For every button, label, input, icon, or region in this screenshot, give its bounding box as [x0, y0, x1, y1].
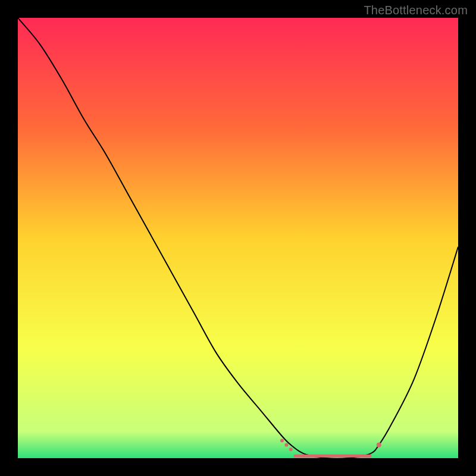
svg-point-3 — [289, 447, 293, 451]
chart-plot-area — [18, 18, 458, 458]
svg-point-4 — [377, 443, 381, 447]
watermark-text: TheBottleneck.com — [364, 4, 468, 17]
bottleneck-chart — [18, 18, 458, 458]
svg-point-1 — [280, 439, 284, 442]
chart-background-gradient — [18, 18, 458, 458]
svg-point-2 — [284, 443, 288, 447]
